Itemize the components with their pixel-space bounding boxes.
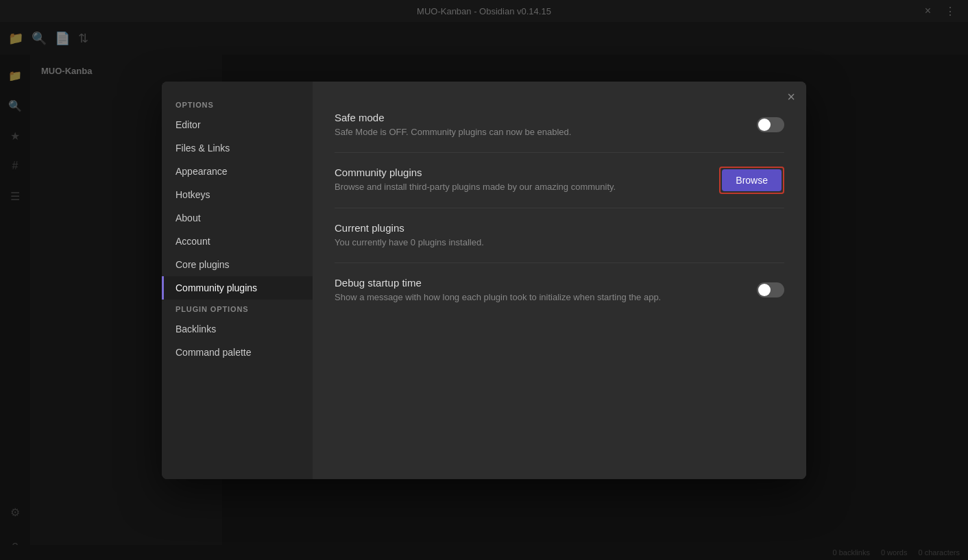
setting-row-current-plugins: Current pluginsYou currently have 0 plug… — [335, 208, 784, 263]
setting-desc-safe-mode: Safe Mode is OFF. Community plugins can … — [335, 126, 740, 138]
setting-desc-current-plugins: You currently have 0 plugins installed. — [335, 236, 768, 249]
setting-desc-community-plugins: Browse and install third-party plugins m… — [335, 181, 703, 193]
browse-button-highlight: Browse — [719, 167, 784, 194]
setting-title-safe-mode: Safe mode — [335, 112, 740, 123]
setting-control-safe-mode — [757, 117, 784, 132]
setting-control-debug-startup — [757, 282, 784, 297]
toggle-safe-mode[interactable] — [757, 117, 784, 132]
settings-nav-command-palette[interactable]: Command palette — [162, 341, 313, 364]
setting-title-debug-startup: Debug startup time — [335, 277, 740, 289]
modal-close-button[interactable]: × — [787, 90, 795, 104]
setting-row-safe-mode: Safe modeSafe Mode is OFF. Community plu… — [335, 98, 784, 153]
settings-nav-core-plugins[interactable]: Core plugins — [162, 253, 313, 276]
setting-info-debug-startup: Debug startup timeShow a message with ho… — [335, 277, 740, 304]
setting-control-community-plugins: Browse — [719, 167, 784, 194]
settings-nav-appearance[interactable]: Appearance — [162, 160, 313, 183]
settings-nav-hotkeys[interactable]: Hotkeys — [162, 183, 313, 206]
browse-button[interactable]: Browse — [722, 169, 782, 191]
settings-nav-about[interactable]: About — [162, 206, 313, 230]
setting-info-current-plugins: Current pluginsYou currently have 0 plug… — [335, 222, 768, 249]
setting-info-community-plugins: Community pluginsBrowse and install thir… — [335, 167, 703, 193]
settings-nav-files-links[interactable]: Files & Links — [162, 136, 313, 160]
settings-nav-account[interactable]: Account — [162, 230, 313, 253]
settings-sidebar: OPTIONSEditorFiles & LinksAppearanceHotk… — [162, 82, 313, 479]
setting-title-current-plugins: Current plugins — [335, 222, 768, 234]
settings-nav-editor[interactable]: Editor — [162, 113, 313, 136]
settings-modal: OPTIONSEditorFiles & LinksAppearanceHotk… — [162, 82, 806, 479]
settings-content: Safe modeSafe Mode is OFF. Community plu… — [313, 82, 806, 479]
setting-row-debug-startup: Debug startup timeShow a message with ho… — [335, 263, 784, 317]
modal-overlay: OPTIONSEditorFiles & LinksAppearanceHotk… — [0, 0, 968, 560]
section-label-options: OPTIONS — [162, 95, 313, 113]
setting-info-safe-mode: Safe modeSafe Mode is OFF. Community plu… — [335, 112, 740, 138]
setting-desc-debug-startup: Show a message with how long each plugin… — [335, 291, 740, 304]
setting-title-community-plugins: Community plugins — [335, 167, 703, 178]
settings-nav-backlinks[interactable]: Backlinks — [162, 317, 313, 341]
settings-nav-community-plugins[interactable]: Community plugins — [162, 276, 313, 300]
toggle-debug-startup[interactable] — [757, 282, 784, 297]
setting-row-community-plugins: Community pluginsBrowse and install thir… — [335, 153, 784, 208]
section-label-plugin-options: PLUGIN OPTIONS — [162, 300, 313, 317]
